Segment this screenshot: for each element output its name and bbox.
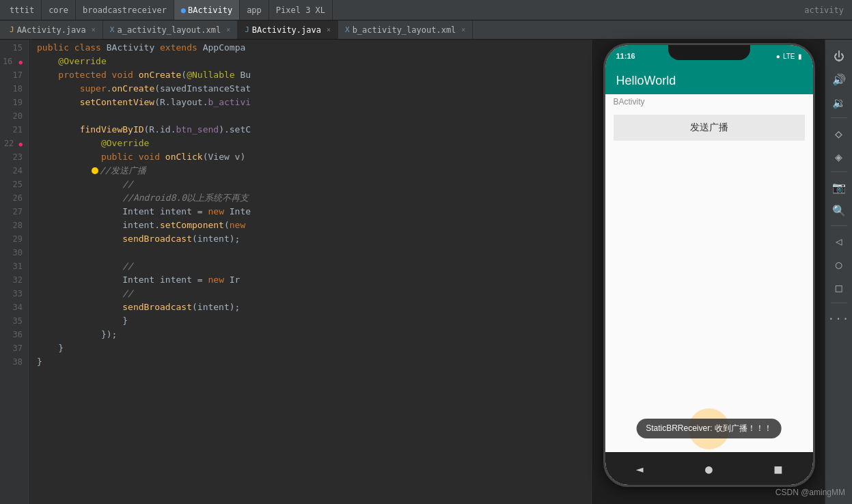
activity-label: activity [804,5,849,15]
code-line-26: //Android8.0以上系统不再支 [37,191,592,205]
send-broadcast-button[interactable]: 发送广播 [614,115,805,141]
toolbar-separator-4 [831,303,847,303]
tab-label: broadcastreceiver [83,5,167,15]
line-num: 37 [0,341,23,355]
tab-broadcastreceiver[interactable]: broadcastreceiver [76,0,174,20]
phone-title-bar: HelloWorld [605,67,813,94]
main-area: 15 16 ● 17 18 19 20 21 22 ● 23 24 25 26 … [0,40,852,504]
phone-subtitle: BActivity [605,94,813,109]
tab-tttit[interactable]: tttit [3,0,42,20]
file-tab-label: a_activity_layout.xml [117,25,221,35]
java-icon: J [245,25,249,34]
line-num: 15 [0,41,23,55]
line-num: 29 [0,232,23,246]
xml-icon: X [110,25,115,34]
close-icon[interactable]: × [461,26,465,33]
nav-recent-button[interactable]: ■ [774,462,782,476]
code-line-21: findViewByID(R.id.btn_send).setC [37,123,592,137]
line-num: 25 [0,178,23,191]
line-num: 17 [0,68,23,82]
code-content: public class BActivity extends AppCompa … [29,40,592,504]
volume-down-button[interactable]: 🔉 [828,92,850,113]
zoom-button[interactable]: 🔍 [828,199,850,221]
phone-notch [668,45,750,60]
nav-home-button[interactable]: ● [705,462,713,476]
code-line-19: setContentView(R.layout.b_activi [37,96,592,109]
file-tab-bactivity[interactable]: J BActivity.java × [238,20,338,39]
circle-icon: ○ [836,258,842,271]
camera-icon: 📷 [832,181,846,194]
close-icon[interactable]: × [327,26,331,33]
volume-down-icon: 🔉 [832,96,846,109]
tab-label: BActivity [188,5,232,15]
nav-back-button[interactable]: ◄ [636,462,644,476]
file-tab-label: AActivity.java [17,25,86,35]
code-lines: 15 16 ● 17 18 19 20 21 22 ● 23 24 25 26 … [0,40,592,504]
code-line-28: intent.setComponent(new [37,219,592,232]
file-tab-blayout[interactable]: X b_activity_layout.xml × [338,20,473,39]
square-button[interactable]: □ [828,277,850,298]
window-tabs: tttit core broadcastreceiver ● BActivity… [0,0,852,20]
line-num: 21 [0,123,23,137]
phone-empty-area [605,146,813,452]
more-icon: ··· [828,312,850,325]
line-num: 38 [0,355,23,369]
erase-button[interactable]: ◇ [828,122,850,144]
file-tab-label: b_activity_layout.xml [353,25,456,35]
back-button[interactable]: ◁ [828,230,850,252]
toast-container: StaticBRReceiver: 收到广播！！！ [636,419,782,438]
code-line-33: // [37,287,592,300]
tab-label: app [247,5,262,15]
code-line-34: sendBroadcast(intent); [37,300,592,314]
erase2-button[interactable]: ◈ [828,145,850,167]
phone-container: 11:16 ● LTE ▮ HelloWorld BActivity 发送广播 [592,40,825,504]
back-icon: ◁ [836,235,842,248]
code-line-18: super.onCreate(savedInstanceStat [37,82,592,96]
code-line-23: public void onClick(View v) [37,150,592,164]
tab-label: Pixel 3 XL [276,5,325,15]
right-toolbar: ⏻ 🔊 🔉 ◇ ◈ 📷 🔍 ◁ ○ □ [825,40,852,504]
phone-content: BActivity 发送广播 StaticBRReceiver: 收到广播！！！ [605,94,813,452]
tab-pixel3xl[interactable]: Pixel 3 XL [269,0,333,20]
line-num: 32 [0,273,23,287]
code-line-35: } [37,314,592,328]
code-line-29: sendBroadcast(intent); [37,232,592,246]
phone-status-bar: 11:16 ● LTE ▮ [605,45,813,67]
code-line-25: // [37,178,592,191]
phone-nav-bar: ◄ ● ■ [605,452,813,485]
phone-status-right: ● LTE ▮ [776,53,802,60]
warn-dot [92,167,98,174]
tab-bactivity[interactable]: ● BActivity [174,0,240,20]
code-panel: 15 16 ● 17 18 19 20 21 22 ● 23 24 25 26 … [0,40,592,504]
file-tab-aactivity[interactable]: J AActivity.java × [3,20,103,39]
file-tab-alayout[interactable]: X a_activity_layout.xml × [103,20,238,39]
line-num: 16 ● [0,55,23,68]
phone-frame: 11:16 ● LTE ▮ HelloWorld BActivity 发送广播 [603,43,815,487]
tab-core[interactable]: core [42,0,76,20]
xml-icon: X [345,25,350,34]
power-button[interactable]: ⏻ [828,45,850,67]
code-line-36: }); [37,328,592,341]
volume-up-icon: 🔊 [832,73,846,86]
more-button[interactable]: ··· [828,307,850,329]
code-line-24: //发送广播 [37,164,592,178]
screenshot-button[interactable]: 📷 [828,176,850,198]
square-icon: □ [836,281,842,294]
circle-button[interactable]: ○ [828,253,850,275]
code-line-27: Intent intent = new Inte [37,205,592,219]
wifi-icon: ● [776,53,780,60]
line-num: 31 [0,260,23,273]
close-icon[interactable]: × [92,26,96,33]
toolbar-separator [831,117,847,118]
tab-indicator: ● [181,5,186,15]
phone-time: 11:16 [616,52,635,60]
file-tabs: J AActivity.java × X a_activity_layout.x… [0,20,852,40]
volume-up-button[interactable]: 🔊 [828,68,850,90]
close-icon[interactable]: × [226,26,230,33]
tab-app[interactable]: app [240,0,269,20]
line-num: 30 [0,246,23,260]
line-num: 19 [0,96,23,109]
erase-icon: ◇ [835,126,842,141]
power-icon: ⏻ [834,50,844,63]
phone-app-title: HelloWorld [616,74,676,88]
